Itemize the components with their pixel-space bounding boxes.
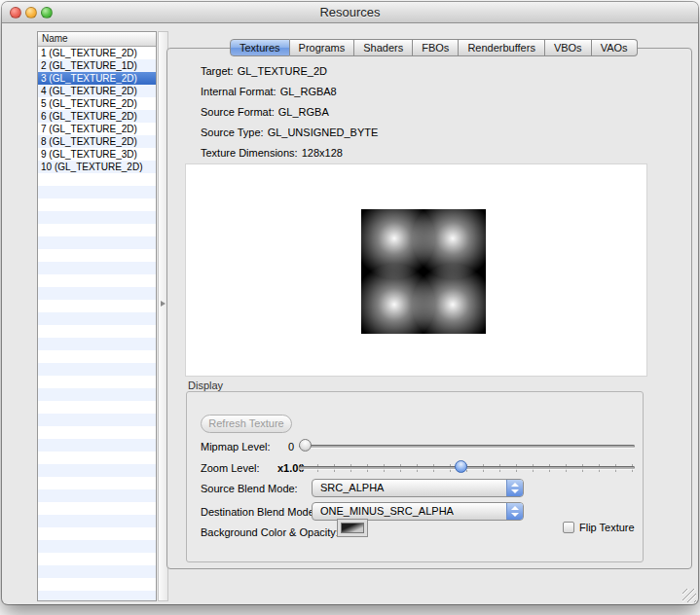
list-item[interactable]: 8 (GL_TEXTURE_2D) [38, 135, 156, 148]
info-internal-format-label: Internal Format: [201, 86, 276, 97]
tab-fbos[interactable]: FBOs [413, 39, 459, 56]
resource-list: Name 1 (GL_TEXTURE_2D) 2 (GL_TEXTURE_1D)… [37, 31, 157, 601]
mipmap-level-label: Mipmap Level: [201, 441, 271, 452]
list-item[interactable]: 6 (GL_TEXTURE_2D) [38, 110, 156, 123]
title-bar[interactable]: Resources [2, 2, 698, 23]
info-dimensions: Texture Dimensions:128x128 [201, 147, 343, 159]
close-button[interactable] [10, 7, 21, 18]
zoom-level-label: Zoom Level: [201, 462, 260, 474]
list-item[interactable]: 10 (GL_TEXTURE_2D) [38, 161, 156, 173]
info-source-type-value: GL_UNSIGNED_BYTE [268, 127, 379, 138]
tab-shaders[interactable]: Shaders [354, 39, 413, 56]
maximize-button[interactable] [41, 7, 53, 18]
list-item[interactable]: 9 (GL_TEXTURE_3D) [38, 148, 156, 161]
source-blend-mode-label: Source Blend Mode: [201, 483, 298, 494]
texture-preview-area [186, 164, 646, 376]
arrow-up-icon [511, 483, 519, 487]
list-item[interactable]: 7 (GL_TEXTURE_2D) [38, 123, 156, 135]
tab-textures[interactable]: Textures [230, 39, 290, 56]
info-internal-format: Internal Format:GL_RGBA8 [201, 86, 337, 97]
destination-blend-mode-label: Destination Blend Mode: [201, 506, 317, 518]
info-target-label: Target: [201, 65, 234, 77]
tab-programs[interactable]: Programs [290, 39, 355, 56]
window-title: Resources [2, 2, 698, 22]
list-item[interactable]: 4 (GL_TEXTURE_2D) [38, 85, 156, 97]
resource-rows: 1 (GL_TEXTURE_2D) 2 (GL_TEXTURE_1D) 3 (G… [38, 47, 156, 173]
info-target-value: GL_TEXTURE_2D [238, 65, 327, 77]
arrow-up-icon [511, 506, 519, 510]
info-dimensions-value: 128x128 [302, 147, 343, 159]
zoom-slider[interactable] [299, 460, 635, 474]
display-group-title: Display [188, 380, 223, 391]
arrow-down-icon [511, 489, 519, 493]
tab-vbos[interactable]: VBOs [545, 39, 592, 56]
list-header-name[interactable]: Name [38, 32, 156, 47]
list-empty-rows [38, 173, 156, 600]
background-color-swatch [341, 523, 364, 533]
resize-grip[interactable] [682, 589, 696, 602]
popup-arrows-icon [506, 480, 523, 496]
minimize-button[interactable] [25, 7, 37, 18]
resources-window: Resources Name 1 (GL_TEXTURE_2D) 2 (GL_T… [2, 2, 698, 604]
mipmap-slider-thumb[interactable] [299, 439, 312, 452]
list-item[interactable]: 5 (GL_TEXTURE_2D) [38, 97, 156, 110]
source-blend-mode-popup[interactable]: SRC_ALPHA [312, 479, 524, 497]
splitter-arrow-icon [161, 301, 166, 307]
refresh-texture-button[interactable]: Refresh Texture [201, 415, 292, 433]
info-source-format-label: Source Format: [201, 106, 275, 118]
info-dimensions-label: Texture Dimensions: [201, 147, 298, 159]
background-color-well[interactable] [337, 519, 368, 537]
mipmap-level-value: 0 [288, 441, 294, 452]
list-item[interactable]: 1 (GL_TEXTURE_2D) [38, 47, 156, 59]
info-source-format-value: GL_RGBA [278, 106, 329, 118]
tab-vaos[interactable]: VAOs [592, 39, 638, 56]
tab-bar: Textures Programs Shaders FBOs Renderbuf… [230, 39, 638, 56]
flip-texture-label[interactable]: Flip Texture [579, 522, 635, 533]
mipmap-slider[interactable] [299, 439, 635, 452]
background-color-label: Background Color & Opacity: [201, 526, 339, 538]
textures-tab-panel: Target:GL_TEXTURE_2D Internal Format:GL_… [166, 48, 692, 569]
info-internal-format-value: GL_RGBA8 [280, 86, 337, 97]
flip-texture-checkbox[interactable] [563, 522, 574, 533]
tab-renderbuffers[interactable]: Renderbuffers [459, 39, 545, 56]
info-source-type-label: Source Type: [201, 127, 264, 138]
list-item[interactable]: 2 (GL_TEXTURE_1D) [38, 59, 156, 72]
arrow-down-icon [511, 513, 519, 517]
info-target: Target:GL_TEXTURE_2D [201, 65, 327, 77]
source-blend-mode-value: SRC_ALPHA [313, 480, 523, 496]
popup-arrows-icon [506, 503, 523, 520]
info-source-type: Source Type:GL_UNSIGNED_BYTE [201, 127, 378, 138]
texture-image [361, 209, 486, 334]
zoom-slider-thumb[interactable] [455, 460, 467, 473]
mipmap-slider-track[interactable] [299, 445, 635, 448]
list-item-selected[interactable]: 3 (GL_TEXTURE_2D) [38, 72, 156, 85]
destination-blend-mode-value: ONE_MINUS_SRC_ALPHA [313, 503, 523, 520]
display-group: Refresh Texture Mipmap Level: 0 Zoom Lev… [186, 391, 644, 562]
info-source-format: Source Format:GL_RGBA [201, 106, 329, 118]
